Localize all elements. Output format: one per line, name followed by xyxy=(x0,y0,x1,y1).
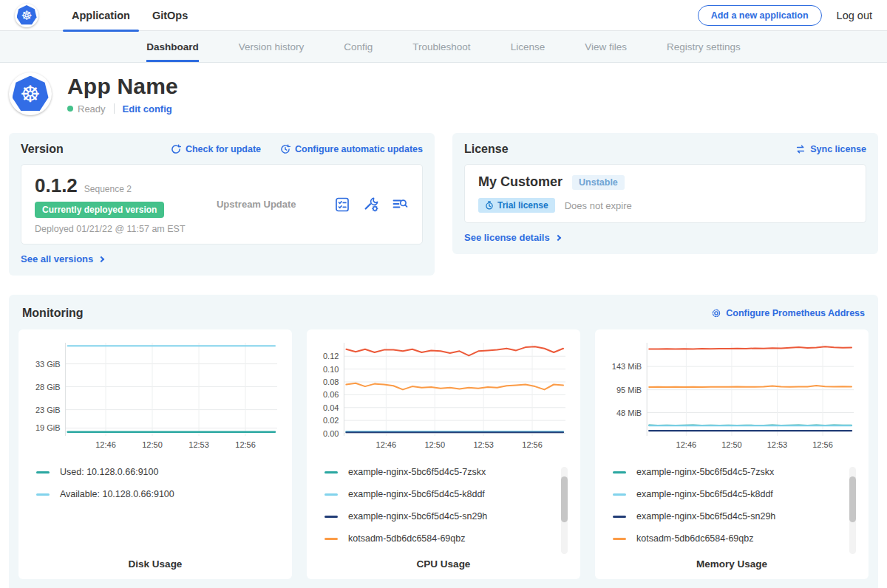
legend-label: Available: 10.128.0.66:9100 xyxy=(60,489,174,499)
tab-troubleshoot[interactable]: Troubleshoot xyxy=(412,31,470,62)
legend-item: example-nginx-5bc6f5d4c5-7zskx xyxy=(613,467,839,477)
refresh-icon xyxy=(171,144,181,154)
license-panel: My Customer Unstable Trial license Does … xyxy=(464,164,866,223)
chart-legend-cpu: example-nginx-5bc6f5d4c5-7zskxexample-ng… xyxy=(316,465,571,555)
top-nav-tabs: Application GitOps xyxy=(61,0,199,31)
legend-dash-icon xyxy=(324,471,338,474)
svg-text:28 GiB: 28 GiB xyxy=(35,383,61,392)
preflight-checks-icon[interactable] xyxy=(333,196,351,213)
tab-registry-settings[interactable]: Registry settings xyxy=(667,31,741,62)
upstream-update-label: Upstream Update xyxy=(186,199,327,210)
sync-arrows-icon xyxy=(795,144,806,154)
legend-dash-icon xyxy=(36,493,50,496)
legend-item: Used: 10.128.0.66:9100 xyxy=(36,467,280,477)
license-card-title: License xyxy=(464,143,509,156)
legend-dash-icon xyxy=(613,493,626,496)
tab-license[interactable]: License xyxy=(511,31,546,62)
edit-config-link[interactable]: Edit config xyxy=(123,103,172,114)
see-all-versions-link[interactable]: See all versions xyxy=(21,253,103,264)
chart-legend-disk: Used: 10.128.0.66:9100Available: 10.128.… xyxy=(27,465,283,555)
summary-cards-row: Version Check for update Configure autom… xyxy=(9,133,878,276)
legend-item: example-nginx-5bc6f5d4c5-7zskx xyxy=(324,467,551,477)
svg-text:12:46: 12:46 xyxy=(376,440,397,449)
tab-view-files[interactable]: View files xyxy=(585,31,627,62)
gear-icon xyxy=(711,308,721,318)
legend-dash-icon xyxy=(613,516,626,518)
tab-version-history[interactable]: Version history xyxy=(239,31,305,62)
svg-text:143 MiB: 143 MiB xyxy=(612,362,642,371)
legend-label: example-nginx-5bc6f5d4c5-sn29h xyxy=(636,511,775,522)
legend-label: kotsadm-5db6dc6584-69qbz xyxy=(636,533,753,544)
legend-label: example-nginx-5bc6f5d4c5-sn29h xyxy=(348,511,487,522)
svg-text:12:56: 12:56 xyxy=(812,440,833,449)
svg-text:0.00: 0.00 xyxy=(323,429,339,438)
check-for-update-link[interactable]: Check for update xyxy=(171,144,261,154)
legend-label: kotsadm-5db6dc6584-69qbz xyxy=(348,533,465,544)
legend-dash-icon xyxy=(613,471,626,474)
config-wrench-icon[interactable] xyxy=(362,196,380,213)
configure-automatic-updates-link[interactable]: Configure automatic updates xyxy=(280,144,423,154)
tab-config[interactable]: Config xyxy=(344,31,373,62)
top-nav: ☸ Application GitOps Add a new applicati… xyxy=(0,0,887,31)
legend-label: example-nginx-5bc6f5d4c5-k8ddf xyxy=(636,489,773,499)
svg-text:12:50: 12:50 xyxy=(142,440,163,449)
legend-scrollbar-thumb[interactable] xyxy=(849,476,856,522)
svg-text:95 MiB: 95 MiB xyxy=(616,386,642,394)
svg-text:23 GiB: 23 GiB xyxy=(35,406,61,414)
svg-text:33 GiB: 33 GiB xyxy=(35,360,61,369)
svg-text:0.04: 0.04 xyxy=(323,403,339,412)
chart-plot-cpu: 0.000.020.040.060.080.100.1212:4612:5012… xyxy=(316,337,571,454)
tab-application[interactable]: Application xyxy=(61,0,141,31)
legend-item: kotsadm-5db6dc6584-69qbz xyxy=(324,533,551,544)
svg-text:12:46: 12:46 xyxy=(95,440,116,449)
monitoring-section: Monitoring Configure Prometheus Address … xyxy=(9,295,878,588)
legend-dash-icon xyxy=(324,493,338,496)
version-card-title: Version xyxy=(21,143,64,156)
legend-scrollbar-thumb[interactable] xyxy=(561,476,568,522)
configure-prometheus-link[interactable]: Configure Prometheus Address xyxy=(711,308,865,318)
view-logs-icon[interactable] xyxy=(391,196,409,213)
status-dot-icon xyxy=(67,106,73,112)
svg-text:12:53: 12:53 xyxy=(767,440,788,449)
version-number: 0.1.2 xyxy=(35,174,78,197)
chart-card-cpu: 0.000.020.040.060.080.100.1212:4612:5012… xyxy=(307,329,580,579)
legend-label: example-nginx-5bc6f5d4c5-7zskx xyxy=(636,467,774,477)
legend-label: example-nginx-5bc6f5d4c5-7zskx xyxy=(348,467,486,477)
add-application-button[interactable]: Add a new application xyxy=(698,5,822,26)
clock-refresh-icon xyxy=(280,144,290,154)
see-license-details-link[interactable]: See license details xyxy=(464,232,560,243)
chart-legend-memory: example-nginx-5bc6f5d4c5-7zskxexample-ng… xyxy=(604,465,860,555)
svg-text:12:50: 12:50 xyxy=(424,440,445,449)
chart-plot-memory: 48 MiB95 MiB143 MiB12:4612:5012:5312:56 xyxy=(604,337,860,454)
charts-row: 19 GiB23 GiB28 GiB33 GiB12:4612:5012:531… xyxy=(18,329,869,579)
monitoring-title: Monitoring xyxy=(22,307,84,320)
logout-button[interactable]: Log out xyxy=(837,10,872,21)
svg-text:0.02: 0.02 xyxy=(323,416,339,425)
tab-dashboard[interactable]: Dashboard xyxy=(146,31,199,62)
chart-card-memory: 48 MiB95 MiB143 MiB12:4612:5012:5312:56e… xyxy=(595,329,869,579)
license-type-badge: Trial license xyxy=(478,198,555,213)
sync-license-link[interactable]: Sync license xyxy=(795,144,866,154)
stopwatch-icon xyxy=(485,201,494,210)
app-logo-icon: ☸ xyxy=(9,72,52,115)
svg-text:12:56: 12:56 xyxy=(522,440,543,449)
svg-text:12:50: 12:50 xyxy=(721,440,742,449)
app-sub-nav: Dashboard Version history Config Trouble… xyxy=(0,31,887,63)
svg-text:0.12: 0.12 xyxy=(323,352,339,360)
sequence-label: Sequence 2 xyxy=(84,184,132,194)
tab-gitops[interactable]: GitOps xyxy=(141,0,199,31)
svg-text:12:46: 12:46 xyxy=(676,440,697,449)
divider xyxy=(114,103,115,114)
svg-text:48 MiB: 48 MiB xyxy=(616,408,642,417)
status-badge: Ready xyxy=(78,103,106,114)
svg-text:12:53: 12:53 xyxy=(473,440,494,449)
legend-dash-icon xyxy=(324,538,338,540)
channel-badge: Unstable xyxy=(572,175,625,190)
legend-dash-icon xyxy=(36,471,50,474)
legend-item: example-nginx-5bc6f5d4c5-sn29h xyxy=(324,511,551,522)
chart-card-disk: 19 GiB23 GiB28 GiB33 GiB12:4612:5012:531… xyxy=(18,329,292,579)
legend-scrollbar-track xyxy=(849,467,856,554)
chart-plot-disk: 19 GiB23 GiB28 GiB33 GiB12:4612:5012:531… xyxy=(27,337,283,454)
chart-title-memory: Memory Usage xyxy=(604,555,860,570)
license-card: License Sync license My Customer Unstabl… xyxy=(452,133,878,254)
